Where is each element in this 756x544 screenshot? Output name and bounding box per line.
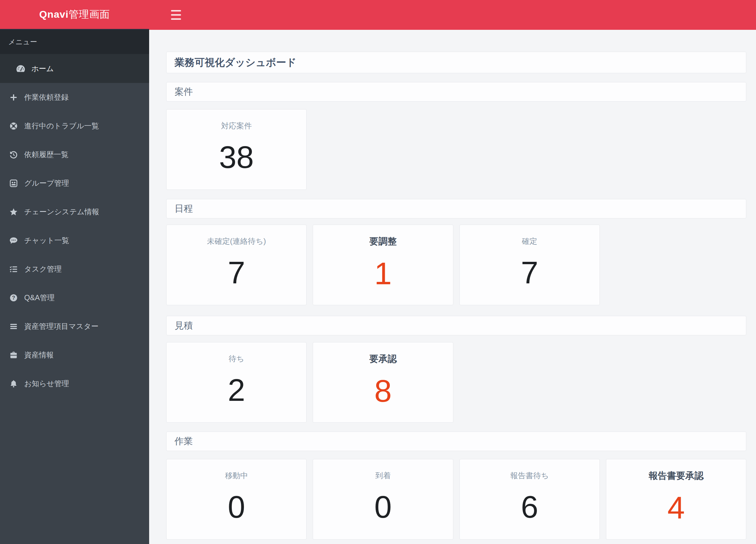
- sidebar-item-group-management[interactable]: グループ管理: [0, 169, 149, 198]
- question-circle-icon: ?: [7, 293, 20, 302]
- section-heading-cases: 案件: [166, 82, 746, 102]
- stat-card-arrived[interactable]: 到着 0: [313, 459, 453, 540]
- tasks-icon: [7, 265, 20, 274]
- stat-card-value: 0: [374, 491, 392, 522]
- sidebar-item-label: グループ管理: [24, 178, 69, 188]
- stat-card-label: 要承認: [369, 354, 397, 363]
- star-icon: [7, 207, 20, 217]
- group-icon: [7, 179, 20, 188]
- sidebar-item-work-request-registration[interactable]: 作業依頼登録: [0, 83, 149, 112]
- tachometer-icon: [14, 63, 27, 74]
- sidebar-item-asset-item-master[interactable]: 資産管理項目マスター: [0, 312, 149, 341]
- section-heading-estimate: 見積: [166, 316, 746, 335]
- bell-icon: [7, 379, 20, 388]
- stat-card-label: 移動中: [225, 472, 248, 479]
- section-heading-work: 作業: [166, 431, 746, 451]
- cards-row-schedule: 未確定(連絡待ち) 7 要調整 1 確定 7: [166, 225, 746, 305]
- stat-card-needs-adjustment[interactable]: 要調整 1: [313, 225, 453, 305]
- brand-title-rest: 管理画面: [69, 9, 110, 20]
- stat-card-handled-cases[interactable]: 対応案件 38: [166, 109, 307, 190]
- stat-card-waiting[interactable]: 待ち 2: [166, 342, 307, 423]
- sidebar-item-label: チェーンシステム情報: [24, 207, 99, 217]
- sidebar-item-label: 依頼履歴一覧: [24, 150, 69, 159]
- sidebar-item-notice-management[interactable]: お知らせ管理: [0, 369, 149, 398]
- page-title: 業務可視化ダッシュボード: [166, 52, 746, 73]
- life-ring-icon: [7, 121, 20, 131]
- plus-icon: [7, 93, 20, 102]
- sidebar-item-label: 資産情報: [24, 350, 54, 360]
- sidebar-item-label: チャット一覧: [24, 236, 69, 245]
- cards-row-estimate: 待ち 2 要承認 8: [166, 342, 746, 423]
- stat-card-label: 待ち: [229, 355, 244, 362]
- sidebar-item-label: タスク管理: [24, 264, 62, 274]
- stat-card-value: 7: [521, 257, 538, 288]
- sidebar-item-asset-info[interactable]: 資産情報: [0, 341, 149, 369]
- brand-title-bold: Qnavi: [39, 9, 69, 20]
- sidebar-item-home[interactable]: ホーム: [0, 54, 149, 83]
- sidebar-item-troubles-in-progress[interactable]: 進行中のトラブル一覧: [0, 112, 149, 140]
- cards-row-cases: 対応案件 38: [166, 109, 746, 190]
- sidebar-item-task-management[interactable]: タスク管理: [0, 255, 149, 283]
- sidebar-item-label: ホーム: [31, 64, 54, 74]
- chat-icon: [7, 236, 20, 245]
- stat-card-label: 到着: [375, 472, 391, 479]
- stat-card-value: 0: [228, 491, 245, 522]
- stat-card-awaiting-report[interactable]: 報告書待ち 6: [460, 459, 600, 540]
- sidebar-item-label: 資産管理項目マスター: [24, 321, 99, 331]
- sidebar-item-label: 進行中のトラブル一覧: [24, 121, 99, 131]
- sidebar-item-label: お知らせ管理: [24, 379, 69, 388]
- svg-text:?: ?: [12, 295, 15, 301]
- stat-card-value: 38: [219, 141, 254, 173]
- sidebar-section-label: メニュー: [0, 30, 149, 54]
- section-heading-schedule: 日程: [166, 199, 746, 219]
- brand-title[interactable]: Qnavi管理画面: [0, 0, 149, 30]
- stat-card-value: 2: [228, 374, 245, 405]
- sidebar-item-label: Q&A管理: [24, 293, 55, 302]
- hamburger-bar: [171, 14, 181, 16]
- hamburger-bar: [171, 10, 181, 12]
- top-navbar: [149, 0, 756, 30]
- stat-card-needs-approval[interactable]: 要承認 8: [313, 342, 453, 423]
- sidebar-item-qa-management[interactable]: ? Q&A管理: [0, 283, 149, 312]
- stat-card-value: 6: [521, 491, 538, 522]
- stat-card-label: 報告書待ち: [510, 472, 549, 479]
- sidebar-toggle-button[interactable]: [171, 10, 181, 20]
- stat-card-value: 7: [228, 257, 245, 288]
- main-content: 業務可視化ダッシュボード 案件 対応案件 38 日程 未確定(連絡待ち) 7 要…: [149, 30, 756, 544]
- stat-card-value: 1: [374, 258, 392, 289]
- sidebar-item-request-history[interactable]: 依頼履歴一覧: [0, 140, 149, 169]
- sidebar-item-chat-list[interactable]: チャット一覧: [0, 226, 149, 255]
- sidebar-item-label: 作業依頼登録: [24, 92, 69, 102]
- stat-card-value: 8: [374, 375, 392, 406]
- history-icon: [7, 150, 20, 159]
- stat-card-label: 確定: [522, 237, 537, 245]
- sidebar-item-chain-system-info[interactable]: チェーンシステム情報: [0, 198, 149, 226]
- stat-card-report-needs-approval[interactable]: 報告書要承認 4: [606, 459, 746, 540]
- cards-row-work: 移動中 0 到着 0 報告書待ち 6 報告書要承認 4: [166, 459, 746, 540]
- sidebar: Qnavi管理画面 メニュー ホーム: [0, 0, 149, 544]
- briefcase-icon: [7, 350, 20, 360]
- hamburger-bar: [171, 18, 181, 20]
- stat-card-label: 未確定(連絡待ち): [207, 237, 266, 245]
- stat-card-label: 対応案件: [221, 122, 252, 130]
- stat-card-moving[interactable]: 移動中 0: [166, 459, 307, 540]
- stat-card-confirmed[interactable]: 確定 7: [460, 225, 600, 305]
- stat-card-value: 4: [667, 492, 685, 523]
- stat-card-label: 報告書要承認: [649, 471, 703, 480]
- bars-icon: [7, 322, 20, 331]
- stat-card-label: 要調整: [369, 237, 397, 246]
- stat-card-unconfirmed[interactable]: 未確定(連絡待ち) 7: [166, 225, 307, 305]
